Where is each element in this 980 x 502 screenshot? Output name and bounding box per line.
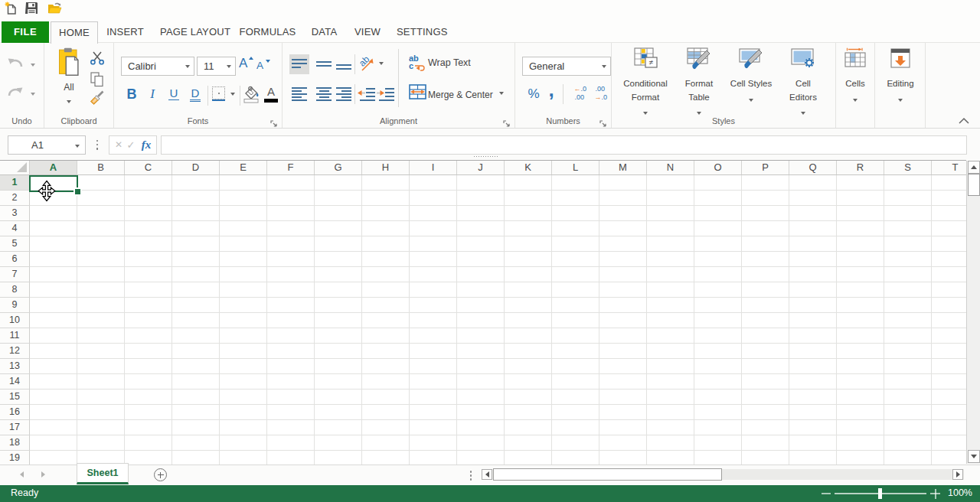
percent-style-button[interactable]: % [525, 84, 542, 104]
increase-decimal-button[interactable]: ←.0.00 [567, 85, 586, 105]
column-header[interactable]: O [694, 161, 742, 174]
cut-button[interactable] [90, 51, 105, 68]
formula-bar-resize-handle[interactable] [473, 155, 499, 158]
row-header[interactable]: 3 [0, 206, 30, 221]
wrap-text-button[interactable]: Wrap Text [428, 57, 471, 68]
row-header[interactable]: 1 [0, 175, 30, 191]
fonts-dialog-launcher-icon[interactable] [270, 117, 278, 125]
scroll-right-button[interactable] [952, 469, 963, 480]
decrease-indent-button[interactable] [358, 84, 377, 104]
increase-indent-button[interactable] [377, 84, 397, 104]
orientation-button[interactable]: ab [358, 54, 377, 73]
tab-scroll-splitter[interactable] [469, 469, 473, 482]
column-header[interactable]: D [172, 161, 220, 174]
row-header[interactable]: 2 [0, 191, 30, 206]
scroll-up-button[interactable] [968, 161, 980, 174]
shrink-font-button[interactable]: A [256, 58, 272, 78]
copy-button[interactable] [90, 72, 104, 90]
formula-input[interactable] [161, 135, 967, 155]
editing-button[interactable]: Editing [875, 47, 926, 126]
row-header[interactable]: 17 [0, 420, 30, 435]
grow-font-button[interactable]: A [239, 56, 254, 76]
name-box[interactable]: A1 [8, 135, 86, 155]
zoom-out-button[interactable] [822, 493, 831, 494]
align-center-button[interactable] [314, 84, 334, 104]
align-bottom-button[interactable] [334, 54, 354, 74]
column-header[interactable]: P [742, 161, 789, 174]
fill-handle[interactable] [75, 189, 80, 194]
ribbon-tab[interactable]: VIEW [349, 21, 386, 44]
conditional-format-button[interactable]: ≠ Conditional Format [620, 47, 671, 126]
save-icon[interactable] [25, 2, 39, 15]
column-header[interactable]: B [77, 161, 125, 174]
orientation-dropdown-icon[interactable] [379, 62, 384, 65]
open-folder-icon[interactable] [47, 2, 61, 15]
column-header[interactable]: F [267, 161, 315, 174]
horizontal-scrollbar[interactable] [482, 468, 964, 481]
zoom-slider-thumb[interactable] [878, 488, 882, 499]
column-header[interactable]: K [505, 161, 552, 174]
formula-bar-splitter[interactable] [94, 138, 100, 153]
double-underline-button[interactable]: D [185, 84, 205, 106]
merge-center-button[interactable]: Merge & Center [428, 90, 493, 100]
row-header[interactable]: 11 [0, 328, 30, 344]
align-right-button[interactable] [334, 84, 354, 104]
underline-button[interactable]: U [164, 84, 184, 106]
cell-styles-button[interactable]: Cell Styles [726, 47, 776, 126]
format-table-button[interactable]: Format Table [674, 47, 724, 126]
numbers-dialog-launcher-icon[interactable] [599, 117, 607, 125]
tab-file[interactable]: FILE [2, 21, 49, 43]
align-left-button[interactable] [289, 84, 309, 104]
column-header[interactable]: M [599, 161, 647, 174]
row-header[interactable]: 12 [0, 344, 30, 359]
row-header[interactable]: 6 [0, 252, 30, 267]
redo-dropdown-icon[interactable] [31, 93, 35, 96]
insert-function-button[interactable]: fx [137, 136, 155, 154]
comma-style-button[interactable]: , [544, 78, 558, 101]
align-middle-button[interactable] [314, 54, 334, 74]
ribbon-tab[interactable]: INSERT [102, 21, 149, 44]
paste-button[interactable]: All [57, 47, 81, 106]
select-all-corner[interactable] [0, 161, 30, 175]
row-header[interactable]: 15 [0, 390, 30, 405]
column-header[interactable]: S [884, 161, 932, 174]
cells-button[interactable]: Cells [830, 47, 880, 126]
format-painter-button[interactable] [90, 90, 105, 109]
row-header[interactable]: 5 [0, 236, 30, 252]
column-header[interactable]: E [220, 161, 267, 174]
align-top-button[interactable] [289, 54, 309, 74]
enter-button[interactable]: ✓ [125, 136, 137, 154]
row-header[interactable]: 8 [0, 282, 30, 298]
cells-area[interactable] [30, 175, 966, 465]
collapse-ribbon-icon[interactable] [959, 113, 969, 127]
column-header[interactable]: L [552, 161, 599, 174]
column-header[interactable]: R [837, 161, 884, 174]
row-header[interactable]: 10 [0, 313, 30, 328]
row-header[interactable]: 13 [0, 359, 30, 374]
font-color-button[interactable]: A [263, 85, 279, 103]
row-header[interactable]: 7 [0, 267, 30, 282]
column-header[interactable]: T [932, 161, 966, 174]
redo-icon[interactable] [6, 84, 24, 103]
new-file-icon[interactable] [5, 2, 18, 15]
row-header[interactable]: 19 [0, 451, 30, 465]
prev-sheet-button[interactable] [17, 469, 26, 480]
vertical-scroll-thumb[interactable] [968, 174, 980, 196]
sheet-tab-active[interactable]: Sheet1 [77, 463, 129, 484]
row-header[interactable]: 9 [0, 298, 30, 313]
horizontal-scroll-thumb[interactable] [493, 468, 722, 481]
row-header[interactable]: 18 [0, 435, 30, 451]
column-header[interactable]: I [410, 161, 457, 174]
merge-center-dropdown-icon[interactable] [499, 92, 504, 95]
zoom-level[interactable]: 100% [946, 485, 974, 501]
add-sheet-button[interactable] [154, 468, 167, 481]
font-size-combo[interactable]: 11 [197, 57, 236, 76]
bold-button[interactable]: B [122, 84, 142, 106]
undo-dropdown-icon[interactable] [31, 64, 35, 67]
vertical-scrollbar[interactable] [966, 161, 980, 464]
cell-editors-button[interactable]: Cell Editors [778, 47, 828, 126]
column-header[interactable]: Q [789, 161, 837, 174]
row-header[interactable]: 16 [0, 405, 30, 420]
font-name-combo[interactable]: Calibri [121, 57, 194, 76]
column-header[interactable]: J [457, 161, 505, 174]
